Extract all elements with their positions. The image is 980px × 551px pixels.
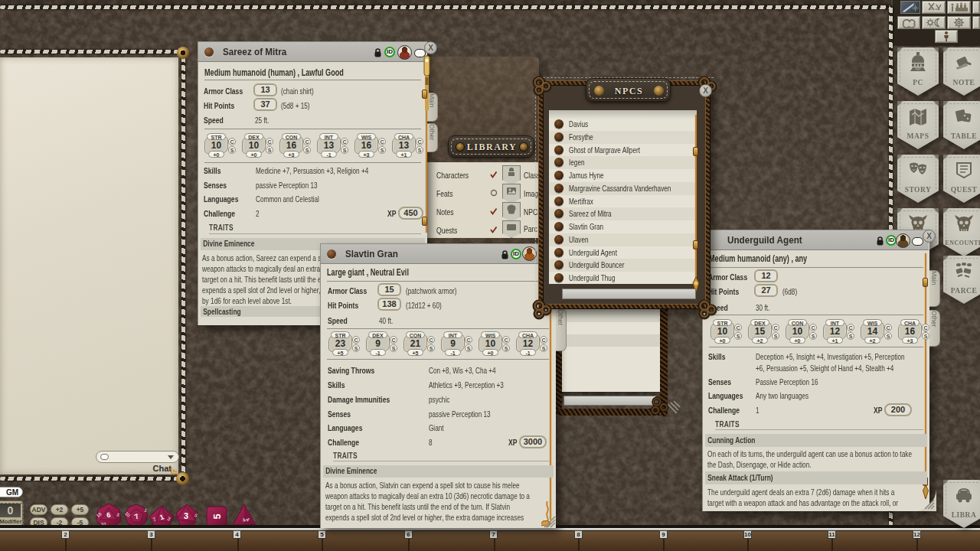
svg-text:5: 5 (211, 514, 223, 519)
svg-text:3: 3 (184, 511, 188, 520)
svg-text:1: 1 (144, 507, 149, 513)
